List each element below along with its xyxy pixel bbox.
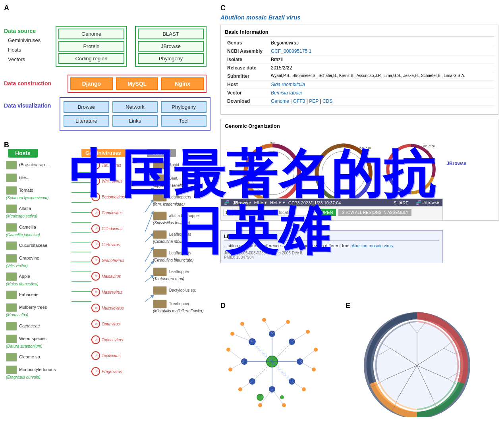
virus-circle: ⊙ [91, 304, 100, 312]
gff3-link[interactable]: GFF3 [293, 98, 305, 104]
panel-e: E [346, 302, 500, 425]
insect-alfalfa: alfalfa treehopper(Spissistilus festinus… [153, 212, 216, 225]
svg-text:MC_0166...: MC_0166... [423, 145, 437, 148]
network-btn[interactable]: Network [112, 101, 158, 113]
pep-link[interactable]: PEP [309, 98, 319, 104]
jbrowse-content: 1:1 OPEN SHOW ALL REGIONS IN ASSEMBLY [221, 206, 442, 220]
geminiviruses-header: Geminiviruses [81, 149, 125, 157]
genome-btn[interactable]: Genome [58, 29, 124, 39]
literature-btn[interactable]: Literature [64, 115, 109, 127]
host-thumb [6, 291, 17, 299]
file-menu[interactable]: FILE ▾ [254, 200, 267, 205]
insect-thumb [153, 230, 167, 239]
help-menu[interactable]: HELP ▾ [270, 200, 285, 205]
table-row-download: Download Genome | GFF3 | PEP | CDS [225, 97, 494, 106]
svg-line-61 [252, 362, 272, 381]
cds-link[interactable]: CDS [322, 98, 332, 104]
insect-thumb [153, 161, 167, 169]
insects-header: Insects [147, 149, 176, 157]
ncbi-value: GCF_000895175.1 [268, 47, 494, 56]
host-thumb [6, 173, 17, 182]
gemini-topil: ⊙ Topilevirus [91, 351, 143, 360]
svg-line-73 [292, 381, 304, 389]
abutilon-link[interactable]: Abutilon mosaic virus [351, 243, 393, 248]
jbrowse-title: JBrowse [233, 200, 251, 205]
svg-line-22 [145, 296, 153, 302]
gemini-capu: ⊙ Capulovirus [91, 208, 143, 217]
vector-value: Bemisia tabaci [268, 89, 494, 97]
gemini-mulcri: ⊙ Mulcrilevirus [91, 304, 143, 312]
jbrowse-panel: 🧬 JBrowse FILE ▾ HELP ▾ GFP3 2023/11/23 … [220, 198, 443, 220]
svg-text:sp: sp [365, 155, 368, 158]
jbrowse-btn[interactable]: JBrowse [138, 41, 204, 52]
network-d-svg [220, 310, 324, 417]
browse-btn[interactable]: Browse [64, 101, 109, 113]
genus-value: Begomovirus [268, 39, 494, 47]
insect-aphid: Aphid [153, 161, 216, 169]
hosts-column: (Brassica rap... (Be... Tomato(Solanum l… [6, 161, 73, 384]
svg-line-20 [145, 262, 153, 272]
vis-row2: Literature Links Tool [64, 115, 207, 127]
jbrowse-brand: 🧬 JBrowse [416, 200, 439, 205]
table-row-genus: Genus Begomovirus [225, 39, 494, 47]
show-all-button[interactable]: SHOW ALL REGIONS IN ASSEMBLY [338, 209, 411, 216]
region-display: 1:1 [223, 209, 233, 216]
nginx-btn[interactable]: Nginx [161, 77, 204, 90]
phylogeny-vis-btn[interactable]: Phylogeny [161, 101, 207, 113]
mysql-btn[interactable]: MySQL [116, 77, 158, 90]
gemini-whi: ⊙ Whi...ovirus [91, 177, 143, 185]
virus-circle: ⊙ [91, 319, 100, 328]
host-thumb [6, 241, 17, 250]
hosts-header: Hosts [8, 149, 38, 158]
panel-c: C Abutilon mosaic Brazil virus Basic Inf… [220, 4, 498, 221]
share-btn[interactable]: SHARE [394, 200, 409, 205]
host-row-cactaceae: Cactaceae [6, 322, 73, 331]
insect-thumb [153, 174, 167, 183]
svg-line-15 [145, 189, 153, 192]
svg-line-77 [272, 322, 288, 334]
ncbi-label: NCBI Assembly [225, 47, 268, 56]
svg-line-65 [272, 342, 292, 362]
insect-treehopper: Treehopper(Micrutalis malleifera Fowler) [153, 300, 216, 314]
tool-btn[interactable]: Tool [161, 115, 207, 127]
insect-leafhopper4: Leafhopper(Tautoneura mori) [153, 267, 216, 281]
virus-circle: ⊙ [91, 351, 100, 360]
svg-line-75 [300, 350, 316, 362]
genome-download-link[interactable]: Genome [271, 98, 289, 104]
location-search[interactable] [236, 209, 315, 216]
links-btn[interactable]: Links [112, 115, 158, 127]
gemini-malda: ⊙ Maldavirus [91, 272, 143, 281]
insects-column: Aphid Beet...hopper ter tenellus Leafhop… [153, 161, 216, 318]
vector-label: Vector [225, 89, 268, 97]
django-btn[interactable]: Django [70, 77, 113, 90]
svg-line-70 [240, 381, 252, 389]
citation-text: Jovel..., 2005-003-0235-1. Epub 2005 Dec… [224, 251, 439, 255]
svg-line-67 [232, 334, 252, 342]
table-row-isolate: Isolate Brazil [225, 56, 494, 64]
protein-btn[interactable]: Protein [58, 41, 124, 52]
virus-circle: ⊙ [91, 288, 100, 296]
host-thumb [6, 186, 17, 195]
svg-point-80 [257, 394, 263, 400]
jbrowse-logo: 🧬 [224, 200, 230, 205]
svg-line-21 [145, 276, 153, 282]
host-row-be: (Be... [6, 173, 73, 182]
insect-thumb [153, 212, 167, 220]
basic-info-panel: Basic Information Genus Begomovirus NCBI… [220, 25, 498, 115]
virus-circle: ⊙ [91, 208, 100, 217]
insect-thumb [153, 267, 167, 276]
host-label: Host [225, 81, 268, 89]
insect-thumb [153, 249, 167, 258]
open-button[interactable]: OPEN [317, 209, 336, 216]
virus-circle: ⊙ [91, 367, 100, 376]
coding-region-btn[interactable]: Coding region [58, 53, 124, 64]
section-b-letter: B [4, 141, 9, 149]
svg-line-59 [252, 342, 272, 362]
geminiviruses-column: ⊙ Tur...ovirus ⊙ Whi...ovirus ⊙ Begomovi… [91, 161, 143, 383]
host-row-cucurbitaceae: Cucurbitaceae [6, 241, 73, 250]
svg-text:cp: cp [300, 176, 303, 180]
blast-btn[interactable]: BLAST [138, 29, 204, 39]
datasource-items: Geminiviruses Hosts Vectors [8, 36, 41, 64]
phylogeny-btn[interactable]: Phylogeny [138, 53, 204, 64]
host-row-apple: Apple(Malus domestica) [6, 272, 73, 287]
